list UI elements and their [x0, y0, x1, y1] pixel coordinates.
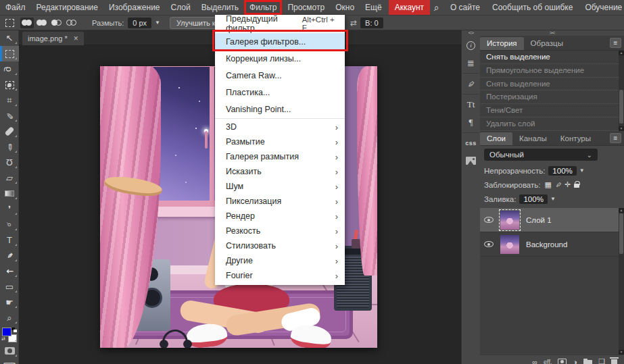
menu-item-3d[interactable]: 3D › — [215, 120, 345, 134]
css-panel-button[interactable]: css — [462, 134, 480, 152]
menu-window[interactable]: Окно — [330, 0, 360, 15]
menu-more[interactable]: Ещё — [360, 0, 387, 15]
link-learn[interactable]: Обучение — [579, 0, 624, 15]
menu-filter[interactable]: Фильтр — [244, 0, 282, 15]
shape-tool[interactable]: ▭ — [0, 279, 19, 294]
history-item[interactable]: Тени/Свет — [480, 104, 624, 118]
lock-all-icon[interactable] — [574, 184, 579, 188]
keyboard-shortcuts-button[interactable]: ⌨ — [0, 359, 19, 364]
visibility-eye-icon[interactable] — [484, 241, 494, 247]
fill-input[interactable]: 100% — [519, 194, 547, 204]
tab-history[interactable]: История — [480, 37, 524, 50]
character-panel-button[interactable]: Tt — [462, 96, 480, 113]
document-tab[interactable]: image.png * × — [22, 32, 84, 45]
menu-item-sharpen[interactable]: Резкость › — [215, 224, 345, 238]
blend-mode-select[interactable]: Обычный ⌄ — [484, 149, 598, 161]
selection-add-icon[interactable] — [35, 18, 49, 28]
swap-colors-icon[interactable]: ⇄ — [1, 336, 5, 342]
layer-thumbnail[interactable] — [500, 235, 519, 254]
tab-swatches[interactable]: Образцы — [524, 37, 570, 50]
brush-tool[interactable]: ✐ — [0, 139, 19, 155]
menu-item-distort[interactable]: Исказить › — [215, 164, 345, 179]
add-mask-icon[interactable] — [558, 359, 567, 364]
menu-layer[interactable]: Слой — [166, 0, 196, 15]
gradient-tool[interactable] — [0, 186, 19, 201]
healing-tool[interactable] — [0, 124, 19, 139]
menu-item-camera-raw[interactable]: Camera Raw... — [215, 67, 345, 84]
menu-file[interactable]: Файл — [0, 0, 31, 15]
close-icon[interactable]: × — [74, 34, 78, 43]
marquee-tool-selected[interactable] — [0, 46, 19, 61]
menu-item-pixelate[interactable]: Пикселизация › — [215, 194, 345, 209]
history-item[interactable]: Постеризация — [480, 90, 624, 104]
history-item[interactable]: Снять выделение — [480, 51, 624, 64]
menu-item-lens-correction[interactable]: Коррекция линзы... — [215, 50, 345, 67]
color-swatches[interactable]: ⇄ — [0, 326, 19, 343]
link-layers-icon[interactable]: ∞ — [532, 358, 537, 364]
dodge-tool[interactable]: ⌕ — [0, 217, 19, 232]
tab-channels[interactable]: Каналы — [512, 132, 554, 145]
menu-item-liquify[interactable]: Пластика... — [215, 84, 345, 101]
link-report-bug[interactable]: Сообщить об ошибке — [487, 0, 578, 15]
lock-transparency-icon[interactable]: ▦ — [544, 180, 551, 189]
menu-item-previous-filter[interactable]: Предыдущий фильтр Alt+Ctrl + F — [215, 16, 345, 31]
lasso-tool[interactable]: ϱ — [0, 61, 19, 77]
new-group-icon[interactable] — [583, 360, 592, 364]
menu-item-blur[interactable]: Размытие › — [215, 134, 345, 149]
menu-edit[interactable]: Редактирование — [31, 0, 103, 15]
info-button[interactable]: i — [462, 36, 480, 54]
link-about[interactable]: О сайте — [445, 0, 485, 15]
selection-subtract-icon[interactable] — [50, 18, 64, 28]
layer-thumbnail[interactable] — [500, 211, 519, 230]
history-menu-button[interactable]: ≡ — [610, 38, 621, 48]
zoom-tool[interactable]: ⌕ — [0, 310, 19, 326]
move-tool[interactable]: ↖ — [0, 30, 19, 46]
hand-tool[interactable]: ☛ — [0, 294, 19, 310]
layers-menu-button[interactable]: ≡ — [610, 133, 621, 143]
menu-item-vanishing-point[interactable]: Vanishing Point... — [215, 101, 345, 118]
eyedropper-tool[interactable]: ✎ — [0, 108, 19, 124]
delete-layer-icon[interactable] — [611, 359, 617, 364]
tab-layers[interactable]: Слои — [480, 132, 512, 145]
opacity-input[interactable]: 100% — [548, 166, 576, 176]
quick-select-tool[interactable] — [0, 77, 19, 93]
layers-scrollbar[interactable]: ▲ ▼ — [619, 208, 624, 355]
history-brush-button[interactable]: ✑ — [462, 75, 480, 93]
menu-item-blur-gallery[interactable]: Галерея размытия › — [215, 149, 345, 164]
foreground-color-swatch[interactable] — [2, 328, 11, 336]
menu-select[interactable]: Выделить — [196, 0, 244, 15]
lock-paint-icon[interactable]: ✑ — [553, 180, 564, 190]
eraser-tool[interactable]: ▱ — [0, 170, 19, 186]
menu-item-other[interactable]: Другие › — [215, 253, 345, 268]
adjustments-button[interactable]: ≣ — [462, 54, 480, 72]
selection-intersect-icon[interactable] — [65, 18, 78, 28]
menu-item-fourier[interactable]: Fourier › — [215, 268, 345, 283]
history-scrollbar[interactable]: ▲ ▼ — [619, 51, 624, 131]
blur-tool[interactable]: ❜ — [0, 201, 19, 217]
account-button[interactable]: Аккаунт — [389, 0, 430, 15]
quick-mask-button[interactable] — [0, 343, 19, 359]
layer-row-layer1[interactable]: Слой 1 — [480, 208, 624, 232]
search-icon[interactable]: ⌕ — [430, 2, 443, 14]
menu-item-filter-gallery[interactable]: Галерея фильтров... — [215, 33, 345, 50]
lock-position-icon[interactable]: ✛ — [565, 180, 571, 189]
path-select-tool[interactable]: ↖ — [0, 263, 19, 279]
menu-image[interactable]: Изображение — [103, 0, 166, 15]
opacity-dropdown-icon[interactable]: ▼ — [579, 167, 585, 174]
feather-input[interactable]: 0 px — [128, 18, 151, 28]
menu-item-noise[interactable]: Шум › — [215, 179, 345, 194]
layer-row-background[interactable]: Background — [480, 232, 624, 257]
history-item[interactable]: Снять выделение — [480, 78, 624, 91]
adjustment-layer-icon[interactable]: ◑ — [573, 358, 577, 364]
history-item[interactable]: Прямоугольное выделение — [480, 64, 624, 78]
b-value-input[interactable]: B: 0 — [360, 18, 383, 28]
layer-effects-icon[interactable]: eff, — [544, 359, 552, 364]
feather-dropdown-icon[interactable]: ▼ — [155, 20, 160, 26]
collapse-strip-icon[interactable]: <> — [462, 30, 480, 36]
swap-icon[interactable]: ⇄ — [350, 18, 357, 28]
paragraph-panel-button[interactable]: ¶ — [462, 113, 480, 131]
menu-view[interactable]: Просмотр — [282, 0, 330, 15]
menu-item-stylize[interactable]: Стилизовать › — [215, 238, 345, 253]
tab-paths[interactable]: Контуры — [554, 132, 598, 145]
new-layer-icon[interactable]: ❏ — [598, 357, 605, 364]
